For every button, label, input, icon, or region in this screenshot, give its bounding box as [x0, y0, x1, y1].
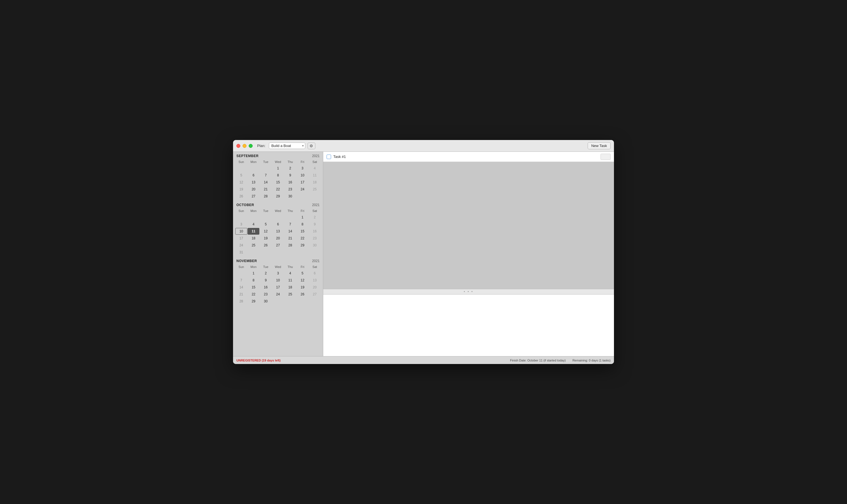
day-cell[interactable]: 19	[297, 284, 308, 291]
day-cell[interactable]: 29	[272, 193, 284, 200]
day-cell[interactable]: 2	[308, 214, 321, 221]
day-cell[interactable]: 13	[272, 228, 284, 235]
day-cell[interactable]: 14	[284, 228, 296, 235]
day-cell[interactable]: 22	[272, 186, 284, 193]
day-cell[interactable]: 20	[272, 235, 284, 241]
day-cell[interactable]: 30	[308, 242, 321, 249]
day-cell[interactable]: 5	[235, 172, 247, 179]
day-cell[interactable]: 6	[272, 221, 284, 228]
day-cell[interactable]: 9	[308, 221, 321, 228]
day-cell[interactable]: 14	[235, 284, 247, 291]
day-cell[interactable]: 18	[308, 179, 321, 186]
day-11-cell[interactable]: 11	[248, 228, 260, 235]
day-cell[interactable]: 21	[235, 291, 247, 298]
day-cell[interactable]: 16	[260, 284, 272, 291]
day-cell[interactable]: 10	[297, 172, 308, 179]
day-cell[interactable]: 18	[248, 235, 260, 241]
day-cell[interactable]: 26	[260, 242, 272, 249]
day-cell[interactable]: 25	[248, 242, 260, 249]
day-cell[interactable]: 29	[297, 242, 308, 249]
day-cell[interactable]: 1	[248, 270, 260, 277]
day-cell[interactable]: 4	[284, 270, 296, 277]
day-cell[interactable]: 30	[260, 298, 272, 305]
day-cell[interactable]: 11	[284, 277, 296, 284]
task-checkbox[interactable]	[327, 155, 331, 159]
day-cell[interactable]: 24	[297, 186, 308, 193]
day-cell[interactable]: 15	[248, 284, 260, 291]
day-cell[interactable]: 15	[272, 179, 284, 186]
day-cell[interactable]: 26	[235, 193, 247, 200]
day-cell[interactable]: 9	[284, 172, 296, 179]
day-cell[interactable]: 17	[272, 284, 284, 291]
day-cell[interactable]: 20	[308, 284, 321, 291]
day-cell[interactable]: 20	[248, 186, 260, 193]
day-cell[interactable]: 23	[284, 186, 296, 193]
day-cell[interactable]: 3	[235, 221, 247, 228]
day-cell[interactable]: 16	[308, 228, 321, 235]
day-cell[interactable]: 12	[260, 228, 272, 235]
day-cell[interactable]: 2	[284, 165, 296, 172]
day-cell[interactable]: 10	[272, 277, 284, 284]
day-cell[interactable]: 25	[284, 291, 296, 298]
day-cell[interactable]: 7	[235, 277, 247, 284]
day-cell[interactable]: 4	[248, 221, 260, 228]
day-cell[interactable]: 8	[248, 277, 260, 284]
day-cell[interactable]: 22	[297, 235, 308, 241]
day-cell[interactable]: 6	[308, 270, 321, 277]
day-cell[interactable]: 22	[248, 291, 260, 298]
day-cell[interactable]: 31	[235, 249, 247, 256]
day-cell[interactable]: 24	[272, 291, 284, 298]
day-cell[interactable]: 30	[284, 193, 296, 200]
day-cell[interactable]: 12	[297, 277, 308, 284]
day-cell[interactable]: 2	[260, 270, 272, 277]
day-cell[interactable]: 9	[260, 277, 272, 284]
day-cell[interactable]: 24	[235, 242, 247, 249]
close-button[interactable]	[236, 144, 240, 148]
day-cell[interactable]: 28	[284, 242, 296, 249]
day-cell[interactable]: 1	[297, 214, 308, 221]
day-cell[interactable]: 19	[235, 186, 247, 193]
day-cell[interactable]: 23	[260, 291, 272, 298]
day-cell[interactable]: 26	[297, 291, 308, 298]
day-cell[interactable]: 5	[297, 270, 308, 277]
day-cell[interactable]: 28	[235, 298, 247, 305]
day-cell[interactable]: 6	[248, 172, 260, 179]
maximize-button[interactable]	[249, 144, 253, 148]
day-cell[interactable]: 5	[260, 221, 272, 228]
day-cell[interactable]: 8	[297, 221, 308, 228]
day-cell[interactable]: 13	[308, 277, 321, 284]
task-date-button[interactable]	[601, 154, 611, 160]
day-cell[interactable]: 3	[297, 165, 308, 172]
day-cell[interactable]: 4	[308, 165, 321, 172]
plan-select[interactable]: Build a Boat	[269, 143, 305, 149]
day-10-cell[interactable]: 10	[235, 228, 247, 235]
day-cell[interactable]: 21	[284, 235, 296, 241]
day-cell[interactable]: 3	[272, 270, 284, 277]
day-cell[interactable]: 8	[272, 172, 284, 179]
day-cell[interactable]: 25	[308, 186, 321, 193]
day-cell[interactable]: 15	[297, 228, 308, 235]
day-cell[interactable]: 13	[248, 179, 260, 186]
day-cell[interactable]: 16	[284, 179, 296, 186]
day-cell[interactable]: 7	[260, 172, 272, 179]
day-cell[interactable]: 27	[308, 291, 321, 298]
day-cell[interactable]: 17	[235, 235, 247, 241]
panel-divider[interactable]: • • •	[323, 289, 614, 294]
day-cell[interactable]: 23	[308, 235, 321, 241]
new-task-button[interactable]: New Task	[588, 142, 611, 149]
day-cell[interactable]: 17	[297, 179, 308, 186]
settings-button[interactable]: ⚙	[307, 143, 315, 149]
day-cell[interactable]: 1	[272, 165, 284, 172]
day-cell[interactable]: 7	[284, 221, 296, 228]
day-cell[interactable]: 12	[235, 179, 247, 186]
day-cell[interactable]: 28	[260, 193, 272, 200]
day-cell[interactable]: 29	[248, 298, 260, 305]
day-cell[interactable]: 27	[272, 242, 284, 249]
day-cell[interactable]: 18	[284, 284, 296, 291]
day-cell[interactable]: 19	[260, 235, 272, 241]
minimize-button[interactable]	[243, 144, 246, 148]
day-cell[interactable]: 27	[248, 193, 260, 200]
day-cell[interactable]: 11	[308, 172, 321, 179]
day-cell[interactable]: 21	[260, 186, 272, 193]
day-cell[interactable]: 14	[260, 179, 272, 186]
